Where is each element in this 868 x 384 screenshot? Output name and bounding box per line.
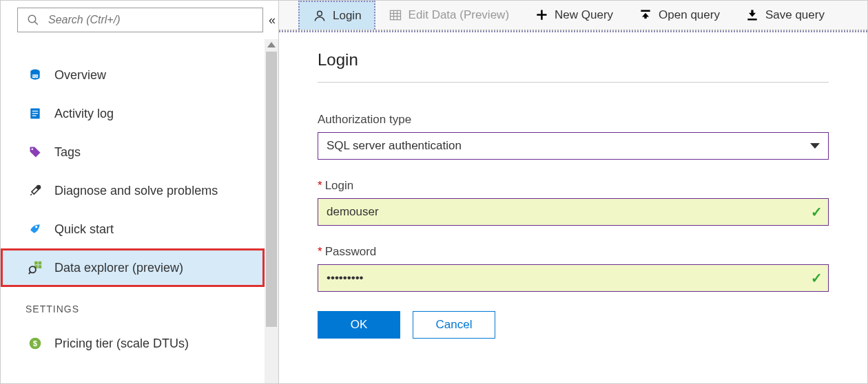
svg-point-20 — [318, 11, 322, 16]
new-query-button[interactable]: New Query — [521, 1, 626, 30]
sidebar-item-label: Pricing tier (scale DTUs) — [54, 337, 189, 351]
sidebar-item-label: Tags — [54, 145, 81, 160]
pricing-icon: $ — [27, 335, 43, 352]
auth-type-label: Authorization type — [318, 113, 829, 127]
sql-database-icon: SQL — [27, 67, 43, 83]
sidebar-item-label: Data explorer (preview) — [54, 261, 183, 275]
sidebar-item-activity-log[interactable]: Activity log — [1, 94, 265, 133]
settings-header: SETTINGS — [1, 287, 265, 324]
sidebar-item-label: Activity log — [54, 107, 114, 121]
save-icon — [745, 8, 760, 23]
tab-label: Login — [333, 9, 362, 23]
sidebar-item-pricing-tier[interactable]: $ Pricing tier (scale DTUs) — [1, 324, 265, 363]
password-input-wrap: ✓ — [318, 264, 829, 292]
page-title: Login — [318, 50, 829, 83]
svg-rect-8 — [32, 116, 37, 116]
sidebar: « SQL Overview Activity log Tags — [1, 1, 279, 383]
button-row: OK Cancel — [318, 311, 829, 339]
svg-rect-15 — [39, 265, 42, 268]
nav-list: SQL Overview Activity log Tags — [1, 39, 265, 383]
search-input[interactable] — [48, 14, 256, 26]
check-icon: ✓ — [811, 270, 823, 286]
open-icon — [638, 8, 653, 23]
svg-rect-27 — [747, 19, 756, 21]
tag-icon — [27, 144, 43, 160]
grid-icon — [388, 8, 403, 23]
button-label: Save query — [765, 8, 825, 22]
sidebar-body: SQL Overview Activity log Tags — [1, 39, 278, 383]
toolbar: Login Edit Data (Preview) New Query Open… — [279, 1, 867, 31]
tab-label: Edit Data (Preview) — [409, 8, 509, 22]
password-group: * Password ✓ — [318, 245, 829, 292]
sidebar-item-tags[interactable]: Tags — [1, 133, 265, 171]
sidebar-item-label: Overview — [54, 68, 106, 83]
plus-icon — [534, 8, 549, 23]
button-label: Open query — [659, 8, 720, 22]
search-icon — [25, 12, 41, 28]
login-label: * Login — [318, 179, 829, 193]
login-group: * Login ✓ — [318, 179, 829, 226]
svg-rect-12 — [34, 262, 38, 265]
svg-text:SQL: SQL — [32, 74, 39, 78]
password-input[interactable] — [327, 265, 811, 291]
tab-login[interactable]: Login — [298, 1, 375, 30]
main-panel: Login Edit Data (Preview) New Query Open… — [279, 1, 867, 383]
login-input-wrap: ✓ — [318, 198, 829, 226]
svg-point-10 — [37, 186, 41, 189]
svg-rect-6 — [32, 111, 38, 111]
sidebar-item-label: Quick start — [54, 222, 114, 237]
scrollbar-thumb[interactable] — [266, 52, 277, 327]
sidebar-scrollbar[interactable] — [265, 39, 278, 383]
open-query-button[interactable]: Open query — [626, 1, 732, 30]
quickstart-icon — [27, 221, 43, 237]
select-value: SQL server authentication — [327, 139, 462, 153]
check-icon: ✓ — [811, 204, 823, 220]
svg-rect-21 — [390, 10, 400, 19]
required-icon: * — [318, 179, 322, 193]
cancel-button[interactable]: Cancel — [413, 311, 495, 339]
svg-rect-26 — [641, 10, 650, 12]
data-explorer-icon — [27, 259, 43, 276]
svg-point-0 — [28, 15, 36, 23]
user-icon — [312, 8, 327, 23]
password-label: * Password — [318, 245, 829, 259]
button-label: New Query — [555, 8, 613, 22]
svg-point-11 — [35, 226, 37, 228]
svg-line-1 — [34, 21, 38, 25]
svg-rect-13 — [39, 262, 42, 265]
svg-text:$: $ — [33, 339, 37, 348]
chevron-down-icon — [810, 143, 820, 149]
sidebar-item-overview[interactable]: SQL Overview — [1, 56, 265, 94]
sidebar-item-label: Diagnose and solve problems — [54, 184, 218, 198]
sidebar-item-quick-start[interactable]: Quick start — [1, 210, 265, 248]
svg-line-17 — [29, 272, 31, 275]
collapse-sidebar-icon[interactable]: « — [269, 13, 274, 28]
tools-icon — [27, 182, 43, 199]
login-input[interactable] — [327, 199, 811, 225]
scroll-up-icon[interactable] — [267, 42, 276, 47]
svg-rect-7 — [32, 113, 38, 114]
search-box[interactable] — [17, 8, 263, 32]
required-icon: * — [318, 245, 322, 259]
sidebar-item-data-explorer[interactable]: Data explorer (preview) — [1, 248, 265, 287]
log-icon — [27, 105, 43, 122]
ok-button[interactable]: OK — [318, 311, 400, 339]
tab-edit-data: Edit Data (Preview) — [375, 1, 521, 30]
auth-type-group: Authorization type SQL server authentica… — [318, 113, 829, 160]
save-query-button[interactable]: Save query — [732, 1, 837, 30]
auth-type-select[interactable]: SQL server authentication — [318, 132, 829, 160]
search-row: « — [1, 1, 278, 39]
login-form: Login Authorization type SQL server auth… — [279, 31, 867, 383]
svg-point-9 — [32, 149, 34, 151]
sidebar-item-diagnose[interactable]: Diagnose and solve problems — [1, 171, 265, 210]
